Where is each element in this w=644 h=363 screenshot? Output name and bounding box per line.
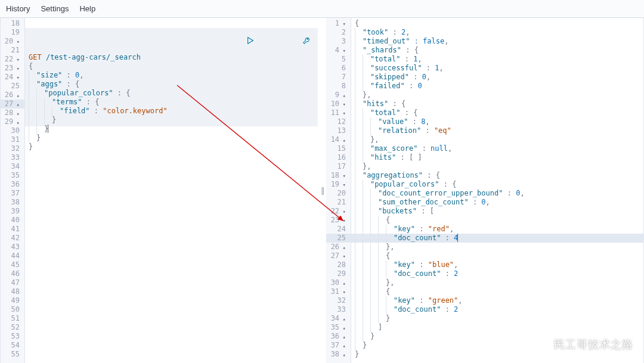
menu-history[interactable]: History [6, 4, 30, 13]
toolbar: History Settings Help [0, 0, 644, 18]
response-viewer[interactable]: {"took" : 2,"timed_out" : false,"_shards… [351, 18, 644, 363]
response-viewer-pane: 1234567891011121314151617181920212223242… [326, 18, 644, 363]
split-panes: 1819202122232425262728293031323334353637… [0, 18, 644, 363]
response-gutter: 1234567891011121314151617181920212223242… [326, 18, 351, 363]
wechat-icon [528, 334, 548, 355]
grip-icon: ‖ [321, 186, 323, 195]
svg-marker-0 [247, 38, 253, 44]
request-editor[interactable]: GET /test-agg-cars/_search{"size" : 0,"a… [25, 18, 318, 363]
request-gutter: 1819202122232425262728293031323334353637… [0, 18, 25, 363]
run-query-icon[interactable] [203, 28, 255, 55]
menu-settings[interactable]: Settings [41, 4, 69, 13]
pane-divider[interactable]: ‖ [318, 18, 326, 363]
watermark: 民工哥技术之路 [528, 334, 633, 355]
wrench-icon[interactable] [259, 28, 311, 55]
request-editor-pane: 1819202122232425262728293031323334353637… [0, 18, 318, 363]
request-actions [203, 28, 311, 55]
menu-help[interactable]: Help [79, 4, 95, 13]
watermark-text: 民工哥技术之路 [554, 337, 633, 352]
